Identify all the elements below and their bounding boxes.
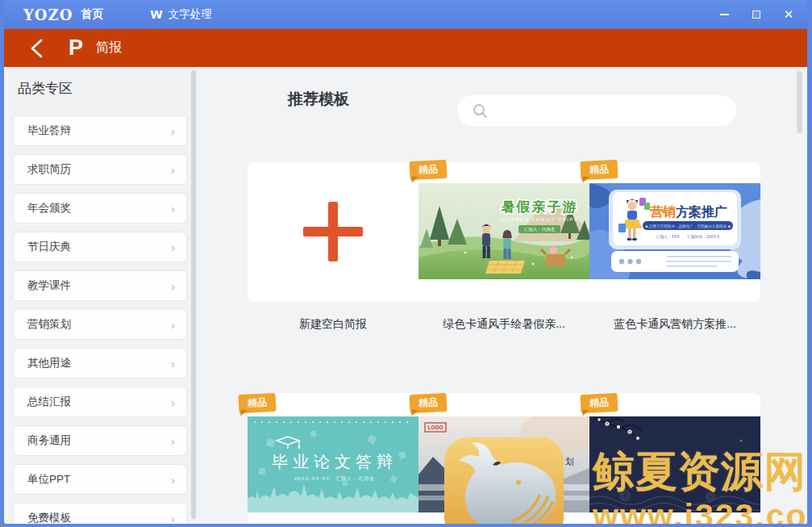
sidebar-item-graduation[interactable]: 毕业答辩› [13,115,187,146]
thumbnail-blue-marketing: 营销方案推广 ◆ 适用于营销宣传，品牌推广，营销解决方案模板 ◆ 汇报人：XXX… [589,183,760,279]
recommended-templates-heading: 推荐模板 [288,89,349,110]
tab-home[interactable]: 首页 [81,7,103,22]
svg-text:LOGO: LOGO [427,425,443,430]
label-new-blank: 新建空白简报 [248,317,418,332]
sidebar-item-free-templates[interactable]: 免费模板› [13,503,187,527]
main-scrollbar[interactable] [797,71,802,133]
sidebar-heading: 品类专区 [18,79,73,98]
card-new-blank-presentation[interactable] [248,183,418,279]
back-chevron-icon [28,38,46,59]
premium-badge: 精品 [409,160,447,180]
chevron-right-icon: › [171,240,175,254]
thumbnail-green-summer: 暑假亲子游 SUMMER FAMILY TRIPS 汇报人：代用名 [418,183,589,279]
chevron-right-icon: › [171,512,175,525]
sidebar-list: 毕业答辩› 求职简历› 年会颁奖› 节日庆典› 教学课件› 营销策划› 其他用途… [13,115,187,527]
sidebar-item-festival[interactable]: 节日庆典› [13,232,187,262]
chevron-right-icon: › [171,124,175,138]
search-input[interactable] [494,98,736,123]
svg-text:SUMMER FAMILY TRIPS: SUMMER FAMILY TRIPS [501,217,579,222]
premium-badge: 精品 [238,393,276,413]
back-button[interactable] [28,38,46,59]
svg-text:毕业论文答辩: 毕业论文答辩 [272,453,398,471]
navy-template-art [589,416,760,512]
sidebar-item-annual-awards[interactable]: 年会颁奖› [13,193,187,224]
card-template-summer-family-trip[interactable]: 精品 [418,183,589,279]
svg-text:20XX.XX.XX 汇报人：代用名: 20XX.XX.XX 汇报人：代用名 [294,475,375,482]
template-labels-row: 新建空白简报 绿色卡通风手绘暑假亲... 蓝色卡通风营销方案推... [248,317,760,332]
card-template-marketing-plan[interactable]: 精品 [589,183,760,279]
label-blue-template: 蓝色卡通风营销方案推... [589,317,760,332]
sidebar-item-courseware[interactable]: 教学课件› [13,270,187,301]
main-area: 推荐模板 精品 [196,67,807,524]
category-sidebar: 品类专区 毕业答辩› 求职简历› 年会颁奖› 节日庆典› 教学课件› 营销策划›… [4,67,196,524]
template-row-2: 精品 [248,393,760,527]
template-row-1: 精品 [248,162,760,302]
titlebar: YOZO 首页 W 文字处理 ✕ [4,0,807,29]
presentation-app-icon: P [69,36,83,61]
svg-text:营销方案推广: 营销方案推广 [650,204,727,219]
green-template-art: 暑假亲子游 SUMMER FAMILY TRIPS 汇报人：代用名 [418,183,589,279]
chevron-right-icon: › [171,434,175,448]
sidebar-item-marketing[interactable]: 营销策划› [13,309,187,340]
thumbnail-teal-graduation: 毕业论文答辩 20XX.XX.XX 汇报人：代用名 [248,416,418,512]
card-template-navy-chinese[interactable]: 精品 [589,416,760,512]
sidebar-item-business[interactable]: 商务通用› [13,425,187,456]
maximize-button[interactable] [751,9,762,20]
svg-text:暑假亲子游: 暑假亲子游 [501,199,578,215]
card-template-year-end-summary[interactable]: 精品 [418,416,589,512]
sidebar-item-resume[interactable]: 求职简历› [13,154,187,185]
content-area: 品类专区 毕业答辩› 求职简历› 年会颁奖› 节日庆典› 教学课件› 营销策划›… [4,67,807,524]
teal-template-art: 毕业论文答辩 20XX.XX.XX 汇报人：代用名 [248,416,418,512]
tab-word-processing-label: 文字处理 [169,7,212,22]
yozo-logo: YOZO [23,6,73,23]
chevron-right-icon: › [171,395,175,409]
label-green-template: 绿色卡通风手绘暑假亲... [418,317,589,332]
writer-w-icon: W [150,8,162,21]
thumbnail-navy-chinese [589,416,760,512]
tab-word-processing[interactable]: W 文字处理 [150,7,211,22]
app-header: P 简报 [4,29,807,67]
search-bar[interactable] [457,95,736,126]
card-template-thesis-defense[interactable]: 精品 [248,416,418,512]
search-icon [473,103,488,119]
svg-text:汇报人：XXX 汇报时间：20XX.X: 汇报人：XXX 汇报时间：20XX.X [656,234,720,240]
whale-logo-watermark [444,437,564,527]
chevron-right-icon: › [171,473,175,487]
premium-badge: 精品 [409,393,447,413]
window-controls: ✕ [718,9,794,20]
svg-text:◆ 适用于营销宣传，品牌推广，营销解决方案模板 ◆: ◆ 适用于营销宣传，品牌推广，营销解决方案模板 ◆ [645,224,731,229]
sidebar-item-summary[interactable]: 总结汇报› [13,387,187,417]
chevron-right-icon: › [171,318,175,332]
svg-text:汇报人：代用名: 汇报人：代用名 [524,227,556,232]
page-title: 简报 [96,40,122,56]
chevron-right-icon: › [171,163,175,177]
blue-template-art: 营销方案推广 ◆ 适用于营销宣传，品牌推广，营销解决方案模板 ◆ 汇报人：XXX… [589,183,760,279]
chevron-right-icon: › [171,202,175,215]
minimize-button[interactable] [718,9,730,20]
chevron-right-icon: › [171,279,175,293]
sidebar-item-company-ppt[interactable]: 单位PPT› [13,464,187,495]
plus-icon [303,202,363,261]
sidebar-item-other[interactable]: 其他用途› [13,348,187,379]
chevron-right-icon: › [171,357,175,370]
premium-badge: 精品 [580,393,618,413]
premium-badge: 精品 [580,160,618,180]
app-window: YOZO 首页 W 文字处理 ✕ P 简报 品类专区 毕业答辩› 求职简历› [0,0,812,527]
close-button[interactable]: ✕ [783,9,794,20]
